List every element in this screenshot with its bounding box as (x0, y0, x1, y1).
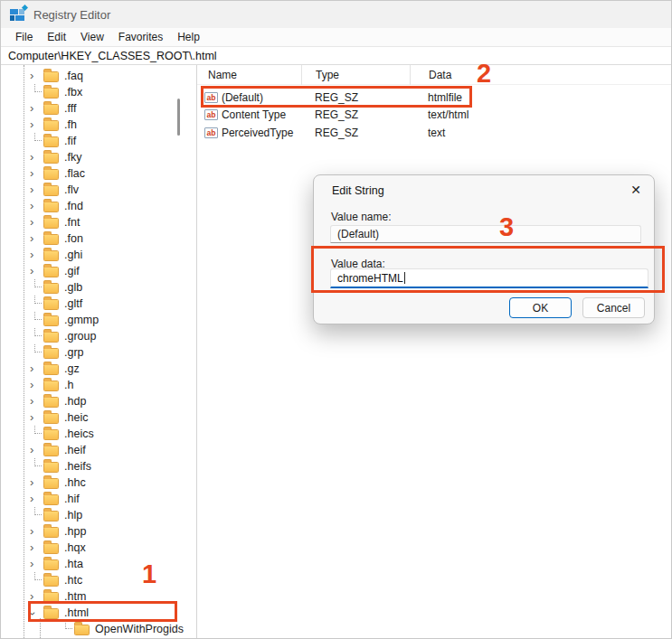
tree-item-h[interactable]: ›.h (1, 377, 196, 393)
annotation-number-3: 3 (499, 214, 514, 240)
tree-item-fff[interactable]: ›.fff (1, 100, 196, 117)
menu-item-help[interactable]: Help (170, 31, 207, 43)
tree-item-heifs[interactable]: .heifs (1, 458, 196, 475)
chevron-right-icon[interactable]: › (30, 183, 33, 197)
tree-item-label: .grp (64, 346, 84, 359)
chevron-right-icon[interactable]: › (30, 150, 33, 164)
tree-item-hqx[interactable]: ›.hqx (1, 540, 196, 556)
tree-item-fnt[interactable]: ›.fnt (1, 214, 196, 230)
folder-icon (43, 120, 59, 131)
chevron-right-icon[interactable]: › (30, 394, 33, 409)
ok-button[interactable]: OK (509, 297, 572, 318)
value-name-text: PerceivedType (222, 127, 293, 139)
tree-scrollbar-thumb[interactable] (177, 99, 180, 136)
chevron-right-icon[interactable]: › (30, 410, 33, 425)
tree-item-faq[interactable]: ›.faq (1, 68, 196, 84)
menu-item-favorites[interactable]: Favorites (111, 31, 170, 43)
tree-item-group[interactable]: .group (1, 328, 196, 344)
chevron-right-icon[interactable]: › (30, 264, 33, 278)
chevron-right-icon[interactable]: › (30, 215, 33, 230)
folder-icon (43, 104, 59, 115)
chevron-right-icon[interactable]: › (30, 69, 33, 83)
tree-item-label: .gz (64, 362, 80, 375)
tree-item-partial[interactable] (1, 637, 196, 638)
chevron-right-icon[interactable]: › (30, 557, 33, 571)
tree-item-label: .gmmp (64, 314, 99, 326)
column-header-data[interactable]: Data (410, 65, 671, 85)
tree-expander: › (28, 442, 43, 458)
chevron-right-icon[interactable]: › (30, 492, 33, 506)
tree-item-fbx[interactable]: .fbx (1, 84, 196, 100)
tree-expander: › (28, 377, 43, 393)
address-bar[interactable]: Computer\HKEY_CLASSES_ROOT\.html (1, 47, 671, 65)
chevron-right-icon[interactable]: › (30, 540, 33, 555)
tree-item-flac[interactable]: ›.flac (1, 165, 196, 182)
column-header-type[interactable]: Type (301, 65, 410, 85)
folder-icon (43, 250, 59, 261)
tree-item-hpp[interactable]: ›.hpp (1, 523, 196, 540)
tree-branch (28, 84, 43, 100)
folder-icon (43, 462, 59, 473)
tree-item-openwithprogids[interactable]: OpenWithProgids (1, 621, 196, 637)
main-area: ›.faq.fbx›.fff›.fh.fif›.fky›.flac›.flv›.… (1, 65, 671, 638)
tree-item-gz[interactable]: ›.gz (1, 361, 196, 377)
tree-item-grp[interactable]: .grp (1, 344, 196, 361)
tree-item-label: .fnt (64, 216, 80, 229)
tree-item-heic[interactable]: ›.heic (1, 409, 196, 426)
title-bar: Registry Editor (1, 1, 671, 28)
tree-expander: › (28, 475, 43, 491)
tree-item-hta[interactable]: ›.hta (1, 556, 196, 572)
tree-item-hlp[interactable]: .hlp (1, 507, 196, 523)
tree-item-heics[interactable]: .heics (1, 426, 196, 442)
column-header-name[interactable]: Name (197, 65, 301, 85)
tree-item-hhc[interactable]: ›.hhc (1, 475, 196, 491)
chevron-right-icon[interactable]: › (30, 443, 33, 457)
chevron-right-icon[interactable]: › (30, 378, 33, 392)
tree-item-label: .group (64, 330, 96, 343)
chevron-right-icon[interactable]: › (30, 231, 33, 246)
tree-item-htc[interactable]: .htc (1, 572, 196, 588)
tree-expander: › (28, 149, 43, 165)
tree-item-flv[interactable]: ›.flv (1, 182, 196, 198)
tree-branch-line (65, 621, 72, 629)
menu-item-view[interactable]: View (73, 31, 111, 43)
value-row-perceivedtype[interactable]: abPerceivedTypeREG_SZtext (197, 124, 671, 142)
close-icon[interactable]: ✕ (630, 183, 641, 197)
tree-branch-line (34, 572, 42, 580)
tree-item-fif[interactable]: .fif (1, 133, 196, 149)
chevron-right-icon[interactable]: › (30, 248, 33, 262)
tree-branch (28, 426, 43, 442)
chevron-right-icon[interactable]: › (30, 199, 33, 213)
tree-item-label: .flv (64, 183, 79, 196)
tree-item-gmmp[interactable]: .gmmp (1, 312, 196, 328)
tree-item-hif[interactable]: ›.hif (1, 491, 196, 507)
menu-item-edit[interactable]: Edit (40, 31, 73, 43)
value-row-contenttype[interactable]: abContent TypeREG_SZtext/html (197, 107, 671, 125)
chevron-right-icon[interactable]: › (30, 475, 33, 490)
tree-item-hdp[interactable]: ›.hdp (1, 393, 196, 409)
tree-branch-line (34, 279, 42, 287)
tree-item-heif[interactable]: ›.heif (1, 442, 196, 458)
tree-gutter (59, 637, 74, 638)
chevron-right-icon[interactable]: › (30, 117, 33, 132)
chevron-right-icon[interactable]: › (30, 166, 33, 181)
cancel-button[interactable]: Cancel (582, 297, 645, 318)
tree-item-label: .heics (64, 428, 94, 440)
tree-expander: › (28, 165, 43, 182)
tree-item-fky[interactable]: ›.fky (1, 149, 196, 165)
chevron-right-icon[interactable]: › (30, 362, 33, 376)
chevron-right-icon[interactable]: › (30, 524, 33, 539)
tree-item-ghi[interactable]: ›.ghi (1, 247, 196, 263)
folder-icon (43, 202, 59, 212)
folder-icon (43, 299, 59, 310)
tree-item-gltf[interactable]: .gltf (1, 296, 196, 312)
tree-item-fnd[interactable]: ›.fnd (1, 198, 196, 214)
tree-item-gif[interactable]: ›.gif (1, 263, 196, 279)
folder-icon (43, 381, 59, 391)
menu-item-file[interactable]: File (8, 31, 40, 43)
tree-branch-line (34, 458, 42, 466)
tree-item-glb[interactable]: .glb (1, 279, 196, 296)
chevron-right-icon[interactable]: › (30, 101, 33, 116)
tree-item-fon[interactable]: ›.fon (1, 230, 196, 247)
tree-item-fh[interactable]: ›.fh (1, 117, 196, 133)
